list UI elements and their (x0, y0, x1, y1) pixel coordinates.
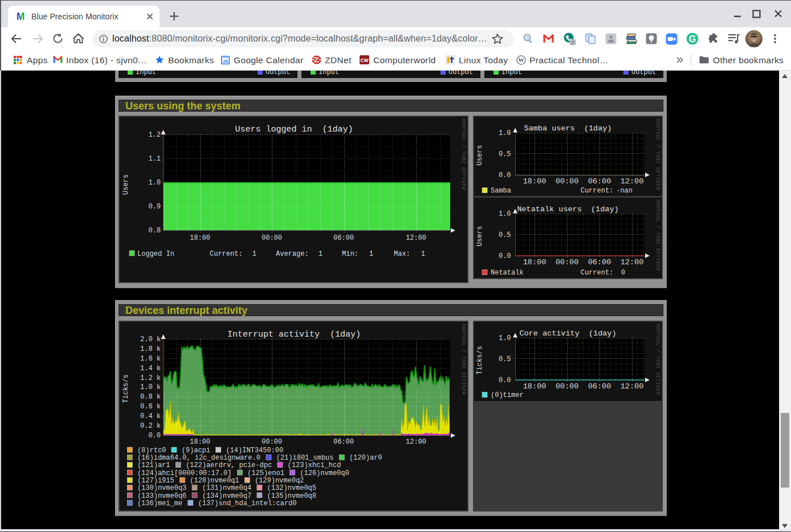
svg-text:Netatalk: Netatalk (491, 269, 524, 277)
svg-text:00:00: 00:00 (262, 438, 282, 446)
svg-text:06:00: 06:00 (333, 234, 354, 242)
svg-text:(130)nvme0q3: (130)nvme0q3 (137, 484, 186, 492)
svg-text:0.0: 0.0 (499, 252, 511, 260)
svg-text:00:00: 00:00 (556, 258, 579, 267)
svg-text:0.8 k: 0.8 k (140, 393, 161, 401)
svg-text:0.5: 0.5 (499, 355, 511, 363)
svg-text:(126)nvme0q0: (126)nvme0q0 (300, 469, 349, 477)
svg-text:(16)idma64.0, i2c_designware.0: (16)idma64.0, i2c_designware.0 (137, 454, 260, 462)
svg-text:0.5: 0.5 (499, 231, 511, 239)
svg-text:Output: Output (266, 71, 290, 76)
svg-text:1.2: 1.2 (148, 131, 161, 139)
svg-text:12:00: 12:00 (406, 438, 426, 446)
svg-text:(9)acpi: (9)acpi (182, 447, 210, 455)
svg-text:Users: Users (476, 226, 484, 246)
svg-text:1: 1 (421, 250, 425, 258)
svg-text:18:00: 18:00 (523, 177, 547, 186)
svg-text:Current:: Current: (210, 250, 243, 258)
svg-text:Core activity (1day): Core activity (1day) (519, 329, 616, 338)
svg-text:0.8: 0.8 (148, 227, 161, 235)
svg-text:(21)i801_smbus: (21)i801_smbus (276, 454, 334, 462)
svg-text:12:00: 12:00 (406, 234, 426, 242)
svg-text:Current:: Current: (581, 187, 614, 195)
svg-text:(133)nvme0q6: (133)nvme0q6 (137, 492, 186, 500)
svg-text:(131)nvme0q4: (131)nvme0q4 (202, 484, 251, 492)
svg-text:1: 1 (319, 250, 323, 258)
svg-text:28: 28 (223, 59, 227, 64)
svg-text:0: 0 (621, 269, 625, 277)
svg-text:1.0: 1.0 (499, 210, 511, 218)
svg-text:Users: Users (122, 174, 130, 195)
svg-text:Users: Users (476, 145, 484, 165)
svg-text:12:00: 12:00 (621, 258, 644, 267)
svg-text:Users logged in (1day): Users logged in (1day) (235, 125, 353, 134)
svg-text:RRDTOOL / TOBI OETIKER: RRDTOOL / TOBI OETIKER (655, 118, 660, 190)
svg-text:Samba users (1day): Samba users (1day) (524, 124, 612, 133)
svg-text:RRDTOOL / TOBI OETIKER: RRDTOOL / TOBI OETIKER (460, 324, 466, 395)
svg-text:Min:: Min: (342, 250, 358, 258)
svg-text:1: 1 (252, 250, 256, 258)
svg-text:Input: Input (319, 71, 339, 76)
svg-text:06:00: 06:00 (588, 177, 611, 186)
svg-text:Ticks/s: Ticks/s (476, 346, 484, 374)
svg-text:Logged In: Logged In (137, 250, 174, 258)
svg-text:18:00: 18:00 (190, 438, 210, 446)
svg-text:(128)nvme0q1: (128)nvme0q1 (190, 477, 239, 485)
svg-text:(124)ahci[0000:00:17.0]: (124)ahci[0000:00:17.0] (137, 469, 232, 477)
svg-text:(0)timer: (0)timer (491, 391, 524, 399)
svg-text:-nan: -nan (616, 187, 633, 195)
svg-text:1: 1 (369, 250, 373, 258)
svg-text:Samba: Samba (491, 187, 511, 195)
svg-text:W: W (518, 57, 524, 63)
svg-text:RRDTOOL / TOBI OETIKER: RRDTOOL / TOBI OETIKER (655, 324, 660, 395)
svg-text:Ticks/s: Ticks/s (122, 374, 130, 403)
svg-text:CW: CW (361, 58, 369, 63)
svg-text:RRDTOOL / TOBI OETIKER: RRDTOOL / TOBI OETIKER (460, 118, 466, 190)
svg-text:(122)aerdrv, pcie-dpc: (122)aerdrv, pcie-dpc (186, 461, 272, 469)
svg-text:(123)xhci_hcd: (123)xhci_hcd (288, 461, 341, 469)
svg-text:(120)ar0: (120)ar0 (349, 454, 382, 462)
svg-text:Input: Input (501, 71, 522, 76)
svg-text:0.2 k: 0.2 k (140, 422, 161, 430)
svg-text:0.4 k: 0.4 k (140, 412, 161, 420)
svg-text:(135)nvme0q8: (135)nvme0q8 (267, 492, 316, 500)
svg-text:0.9: 0.9 (148, 203, 161, 211)
svg-text:0.0: 0.0 (499, 377, 511, 384)
svg-text:?: ? (571, 40, 574, 46)
svg-text:12:00: 12:00 (621, 177, 644, 186)
svg-text:G: G (689, 34, 696, 44)
svg-text:1.0: 1.0 (499, 334, 511, 342)
svg-text:0.6 k: 0.6 k (140, 403, 161, 411)
svg-text:2.0 k: 2.0 k (140, 335, 161, 343)
svg-text:0.0: 0.0 (499, 171, 511, 179)
svg-text:00:00: 00:00 (556, 177, 579, 186)
svg-text:0.5: 0.5 (499, 150, 511, 158)
svg-text:18:00: 18:00 (523, 382, 547, 391)
svg-text:1.8 k: 1.8 k (140, 345, 161, 353)
svg-text:06:00: 06:00 (333, 438, 354, 446)
svg-text:(137)snd_hda_intel:card0: (137)snd_hda_intel:card0 (198, 500, 297, 508)
svg-text:06:00: 06:00 (588, 382, 611, 391)
svg-text:(8)rtc0: (8)rtc0 (137, 447, 166, 455)
svg-text:1.0: 1.0 (499, 129, 511, 137)
svg-text:1.0 k: 1.0 k (140, 383, 161, 391)
svg-text:Output: Output (448, 71, 473, 76)
svg-text:(134)nvme0q7: (134)nvme0q7 (202, 492, 251, 500)
svg-text:00:00: 00:00 (556, 382, 579, 391)
svg-text:1.1: 1.1 (148, 155, 161, 163)
svg-text:Output: Output (631, 71, 656, 76)
svg-text:0.0: 0.0 (148, 432, 161, 440)
svg-text:Input: Input (136, 71, 156, 76)
svg-text:1.0: 1.0 (148, 179, 161, 187)
svg-text:1.4 k: 1.4 k (140, 365, 161, 373)
svg-text:00:00: 00:00 (262, 234, 282, 242)
svg-text:Netatalk users (1day): Netatalk users (1day) (517, 205, 618, 214)
svg-text:(127)i915: (127)i915 (137, 477, 174, 485)
svg-text:Current:: Current: (581, 269, 614, 277)
svg-text:(136)mei_me: (136)mei_me (137, 500, 182, 508)
svg-text:RRDTOOL / TOBI OETIKER: RRDTOOL / TOBI OETIKER (655, 199, 660, 271)
svg-text:Max:: Max: (394, 250, 410, 258)
svg-text:(125)eno1: (125)eno1 (247, 469, 284, 477)
svg-text:12:00: 12:00 (621, 382, 644, 391)
svg-text:06:00: 06:00 (588, 258, 611, 267)
